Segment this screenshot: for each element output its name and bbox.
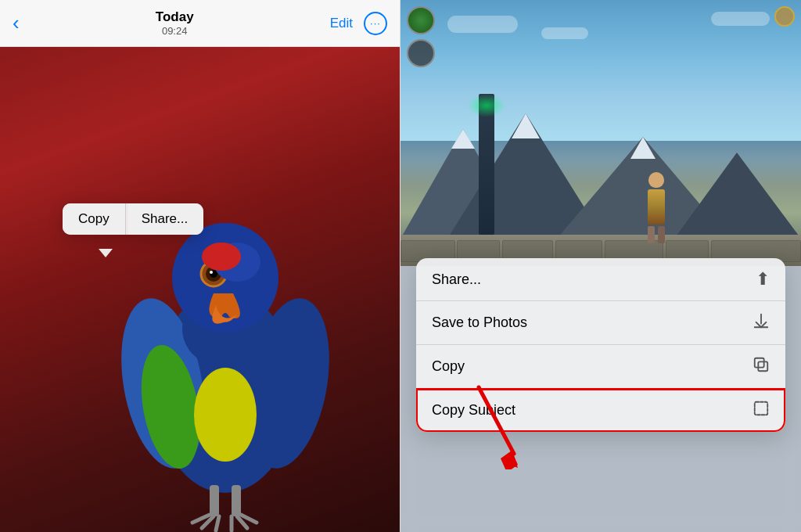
svg-point-10 (210, 271, 213, 274)
mountain-svg (400, 82, 801, 239)
save-to-photos-menu-item[interactable]: Save to Photos (416, 301, 785, 345)
svg-marker-26 (451, 129, 475, 149)
hud-circle-dark (407, 39, 435, 67)
copy-button-left[interactable]: Copy (63, 203, 126, 235)
svg-line-33 (479, 387, 514, 454)
nav-subtitle: 09:24 (162, 25, 188, 37)
share-menu-item[interactable]: Share... ⬆︎ (416, 258, 785, 301)
copy-label: Copy (432, 358, 465, 375)
link-head (648, 172, 664, 188)
link-cape (641, 189, 671, 228)
share-button-left[interactable]: Share... (126, 203, 204, 235)
tower (479, 94, 494, 235)
hud-coin (774, 6, 795, 27)
nav-title: Today (156, 9, 194, 25)
link-body (648, 189, 665, 225)
context-menu-left: Copy Share... (63, 203, 203, 235)
arrow-svg (471, 383, 533, 469)
share-icon: ⬆︎ (756, 269, 770, 289)
svg-marker-27 (512, 113, 540, 138)
save-photos-label: Save to Photos (432, 315, 527, 331)
hud-circle-green (407, 6, 435, 34)
nav-bar: ‹ Today 09:24 Edit ··· (0, 0, 400, 47)
svg-rect-31 (755, 358, 764, 368)
back-button[interactable]: ‹ (13, 11, 20, 35)
hud-top-right (774, 6, 795, 27)
parrot-background: Copy Share... (0, 47, 400, 532)
tower-glow (467, 94, 506, 117)
svg-rect-32 (755, 402, 768, 415)
game-screenshot (400, 0, 801, 266)
nav-center: Today 09:24 (156, 9, 194, 37)
more-button[interactable]: ··· (364, 12, 387, 35)
svg-marker-25 (674, 153, 801, 239)
copy-subject-icon (753, 400, 770, 421)
menu-arrow (99, 249, 113, 257)
link-character (637, 172, 676, 243)
red-arrow (471, 383, 533, 473)
edit-button[interactable]: Edit (330, 16, 353, 31)
nav-right: Edit ··· (330, 12, 387, 35)
svg-rect-14 (210, 485, 219, 516)
copy-icon (753, 356, 770, 377)
save-icon (753, 312, 770, 333)
right-panel: Share... ⬆︎ Save to Photos Copy Copy Sub… (400, 0, 801, 532)
svg-point-4 (194, 368, 257, 462)
hud-top-left (407, 6, 435, 67)
parrot-image (100, 141, 350, 532)
svg-point-13 (202, 243, 241, 271)
parrot-area: Copy Share... (0, 47, 400, 532)
svg-rect-30 (758, 361, 767, 371)
svg-rect-15 (232, 485, 241, 516)
left-panel: ‹ Today 09:24 Edit ··· (0, 0, 400, 532)
copy-menu-item[interactable]: Copy (416, 345, 785, 389)
svg-line-18 (216, 516, 219, 530)
share-label: Share... (432, 271, 481, 288)
